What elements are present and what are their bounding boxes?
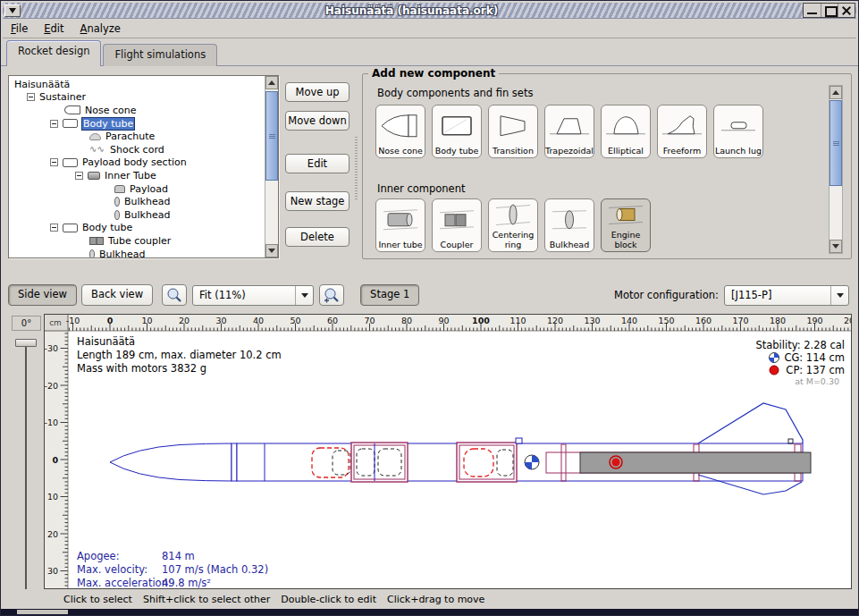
svg-text:50: 50 — [290, 316, 300, 325]
move-up-button[interactable]: Move up — [285, 82, 349, 102]
nose-joint — [232, 443, 237, 481]
titlebar[interactable]: Haisunäätä (haisunaata.ork) — [3, 3, 856, 19]
chevron-down-icon — [830, 286, 848, 305]
delete-button[interactable]: Delete — [285, 227, 349, 247]
scrollbar-thumb[interactable] — [830, 100, 842, 186]
nose-cone-button[interactable]: Nose cone — [375, 105, 425, 158]
transition-icon — [489, 105, 537, 147]
stage-1-toggle[interactable]: Stage 1 — [360, 284, 419, 306]
body-tube-icon — [63, 224, 78, 232]
status-hints: Click to select Shift+click to select ot… — [63, 594, 484, 605]
back-view-button[interactable]: Back view — [81, 284, 153, 306]
inner-tube-icon — [88, 172, 100, 180]
move-down-button[interactable]: Move down — [285, 111, 349, 131]
scroll-down-button[interactable] — [265, 244, 278, 257]
tree-item-payload[interactable]: Payload — [11, 182, 263, 196]
tree-item-parachute[interactable]: Parachute — [11, 130, 263, 143]
scroll-up-button[interactable] — [830, 86, 842, 99]
tree-item-body-tube-2[interactable]: Body tube — [11, 222, 263, 235]
panel-scrollbar[interactable] — [829, 85, 843, 254]
scroll-up-button[interactable] — [265, 76, 278, 89]
cg-marker — [525, 455, 539, 469]
tab-rocket-design[interactable]: Rocket design — [6, 40, 101, 66]
bulkhead-button[interactable]: Bulkhead — [544, 198, 594, 252]
tree-item-payload-body-section[interactable]: Payload body section — [11, 156, 263, 170]
tree-item-bulkhead[interactable]: Bulkhead — [11, 195, 263, 208]
inner-components-row: Inner tube Coupler Centering ring Bulkhe… — [375, 198, 651, 252]
rotation-slider[interactable] — [25, 342, 27, 589]
component-tree[interactable]: Haisunäätä Sustainer Nose cone Body tube… — [8, 75, 279, 258]
body-components-row: Nose cone Body tube Transition Trapezoid… — [375, 105, 763, 158]
maximize-button[interactable] — [821, 4, 838, 17]
svg-text:40: 40 — [253, 316, 264, 325]
zoom-level-select[interactable]: Fit (11%) — [192, 285, 314, 306]
edit-button[interactable]: Edit — [285, 154, 349, 173]
apogee-value: 814 m — [162, 550, 195, 562]
nose-cone-icon — [64, 105, 80, 114]
centering-ring-button[interactable]: Centering ring — [488, 198, 538, 252]
elliptical-fin-button[interactable]: Elliptical — [601, 105, 651, 158]
window-bottom-frame — [1, 609, 858, 615]
splitter-handle[interactable] — [355, 137, 358, 201]
tree-item-rocket[interactable]: Haisunäätä — [11, 78, 263, 91]
collapse-icon[interactable] — [50, 120, 58, 128]
tree-item-tube-coupler[interactable]: Tube coupler — [11, 234, 263, 248]
minimize-button[interactable] — [804, 4, 821, 17]
launch-lug-shape[interactable] — [516, 438, 522, 443]
svg-text:150: 150 — [658, 316, 674, 325]
payload-icon — [114, 185, 125, 193]
zoom-out-button[interactable] — [162, 284, 187, 306]
trapezoidal-fin-button[interactable]: Trapezoidal — [544, 105, 594, 158]
rocket-design-canvas[interactable]: cm -100102030405060708090100110120130140… — [44, 314, 852, 589]
arrow-up-icon — [268, 77, 275, 85]
inner-tube-button[interactable]: Inner tube — [375, 198, 425, 252]
collapse-icon[interactable] — [50, 158, 58, 166]
payload-section-shape[interactable] — [351, 443, 408, 482]
svg-text:-20: -20 — [44, 381, 58, 391]
tree-item-sustainer[interactable]: Sustainer — [11, 91, 263, 105]
centering-ring-icon — [489, 199, 537, 231]
side-view-button[interactable]: Side view — [8, 284, 77, 306]
new-stage-button[interactable]: New stage — [285, 191, 349, 211]
stability-value: Stability: 2.28 cal — [755, 339, 845, 351]
window-menu-button[interactable] — [4, 4, 21, 17]
menu-item-analyze[interactable]: Analyze — [72, 21, 129, 37]
tree-item-inner-tube[interactable]: Inner Tube — [11, 169, 263, 182]
tree-item-body-tube[interactable]: Body tube — [11, 117, 263, 131]
tree-item-shock-cord[interactable]: Shock cord — [11, 143, 263, 156]
menu-item-file[interactable]: File — [3, 21, 36, 37]
bulkhead-icon — [545, 199, 594, 240]
collapse-icon[interactable] — [27, 93, 35, 101]
launch-lug-button[interactable]: Launch lug — [713, 105, 763, 158]
tab-flight-simulations[interactable]: Flight simulations — [103, 44, 217, 66]
body-tube-button[interactable]: Body tube — [432, 105, 482, 158]
freeform-fin-button[interactable]: Freeform — [657, 105, 707, 158]
zoom-in-button[interactable] — [319, 284, 344, 306]
motor-configuration-select[interactable]: [J115-P] — [724, 285, 849, 306]
scroll-down-button[interactable] — [830, 240, 842, 253]
tree-item-nose-cone[interactable]: Nose cone — [11, 104, 263, 117]
parachute-icon — [89, 133, 101, 140]
coupler-button[interactable]: Coupler — [432, 198, 482, 252]
bulkhead-icon — [114, 197, 120, 207]
arrow-up-icon — [832, 87, 839, 95]
scrollbar-thumb[interactable] — [265, 91, 278, 181]
max-acceleration-value: 49.8 m/s² — [162, 577, 211, 589]
transition-button[interactable]: Transition — [488, 105, 538, 158]
tree-item-bulkhead[interactable]: Bulkhead — [11, 208, 263, 222]
collapse-icon[interactable] — [75, 172, 83, 180]
tree-scrollbar[interactable] — [265, 76, 278, 257]
menu-item-edit[interactable]: Edit — [36, 21, 72, 37]
tree-item-bulkhead-2[interactable]: Bulkhead — [11, 248, 263, 258]
collapse-icon[interactable] — [50, 224, 58, 232]
shock-cord-icon — [89, 145, 105, 155]
close-button[interactable] — [838, 4, 855, 17]
hint-click: Click to select — [63, 594, 132, 605]
svg-text:0: 0 — [52, 455, 58, 465]
freeform-fin-icon — [658, 105, 706, 147]
rotation-slider-handle[interactable] — [15, 339, 37, 347]
resize-grip[interactable] — [17, 610, 68, 614]
trapezoidal-fin-icon — [545, 105, 594, 147]
engine-block-button[interactable]: Engine block — [601, 198, 651, 252]
cp-legend-icon — [770, 366, 779, 375]
